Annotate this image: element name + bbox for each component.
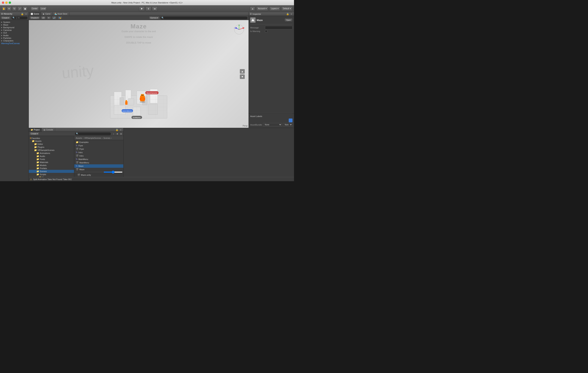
- asset-flyer-vr[interactable]: ↻ Flyer: [74, 144, 123, 147]
- favorites-item[interactable]: ★ Favorites: [29, 137, 74, 140]
- tree-item-cameras[interactable]: ▶ Cameras: [0, 29, 29, 31]
- project-sort-icon[interactable]: ↕: [112, 133, 115, 135]
- is-warning-checkbox[interactable]: [265, 30, 267, 32]
- search-icon: 🔍: [12, 17, 15, 19]
- asset-bundle-select-1[interactable]: None: [263, 123, 282, 126]
- hierarchy-lock-icon[interactable]: 🔒: [21, 13, 24, 15]
- scene-viewport[interactable]: unity Maze Guide your character to the e…: [29, 20, 249, 128]
- message-input[interactable]: [265, 26, 293, 29]
- tree-item-gui[interactable]: ▶ GUI: [0, 31, 29, 34]
- bottom-layout: 📁 Project ▤ Console 🔒 ≡ Create: [29, 128, 294, 177]
- asset-list-scrollbar[interactable]: [74, 171, 123, 173]
- models-folder[interactable]: 📁 Models: [29, 164, 74, 167]
- asset-intro[interactable]: 🎬 Intro: [74, 154, 123, 157]
- scene-icon: 🎬: [77, 174, 80, 176]
- fonts-folder[interactable]: 📁 Fonts: [29, 158, 74, 161]
- nav-up-button[interactable]: ▲: [240, 69, 245, 74]
- tab-asset-store[interactable]: 🏪 Asset Store: [53, 12, 70, 16]
- rotate-tool-button[interactable]: ↻: [12, 6, 17, 11]
- project-lock-icon[interactable]: 🔒: [115, 129, 118, 131]
- gizmos-dropdown[interactable]: Gizmos ▾: [149, 16, 159, 20]
- effects-toggle-button[interactable]: 🎭: [57, 16, 62, 20]
- scene-search-box[interactable]: 🔍: [160, 16, 248, 20]
- scene-area: ⬜ Scene ▶ Game 🏪 Asset Store Shaded: [29, 12, 249, 128]
- hierarchy-search-box[interactable]: 🔍: [11, 16, 28, 20]
- asset-label-add-button[interactable]: [289, 119, 293, 122]
- assets-folder[interactable]: 📁 Assets: [29, 140, 74, 143]
- hierarchy-icons: 🔒 ≡: [21, 13, 27, 15]
- asset-flyer[interactable]: 🎬 Flyer: [74, 147, 123, 151]
- asset-maze-vr[interactable]: ↻ Maze: [74, 164, 123, 168]
- scripts-folder[interactable]: 📁 Scripts: [29, 173, 74, 176]
- open-script-button[interactable]: Open: [284, 18, 293, 22]
- svg-rect-43: [125, 101, 127, 105]
- project-search-box[interactable]: 🔍: [75, 132, 111, 135]
- 2d-toggle-button[interactable]: 2D: [41, 16, 46, 20]
- asset-intro-vr[interactable]: ↻ Intro: [74, 151, 123, 154]
- inspector-menu-icon[interactable]: ≡: [290, 13, 293, 15]
- scale-tool-button[interactable]: ⤢: [17, 6, 22, 11]
- move-tool-button[interactable]: ✛: [7, 6, 11, 11]
- tab-console[interactable]: ▤ Console: [42, 128, 55, 132]
- layout-chevron-icon: ▾: [290, 8, 291, 10]
- local-toggle-button[interactable]: Local: [40, 6, 47, 11]
- hierarchy-menu-icon[interactable]: ≡: [24, 13, 27, 15]
- project-menu-icon[interactable]: ≡: [119, 129, 122, 131]
- tab-game[interactable]: ▶ Game: [41, 12, 52, 16]
- nav-down-button[interactable]: ▼: [240, 74, 245, 79]
- asset-mainmenu-vr[interactable]: ↻ MainMenu: [74, 157, 123, 161]
- rect-tool-button[interactable]: ▣: [23, 6, 27, 11]
- tree-item-audio[interactable]: ▶ Audio: [0, 34, 29, 37]
- scenes-folder[interactable]: 📁 Scenes: [29, 170, 74, 173]
- maximize-button[interactable]: [9, 1, 11, 4]
- project-star-icon[interactable]: ★: [116, 133, 119, 135]
- shading-mode-dropdown[interactable]: Shaded ▾: [30, 16, 40, 20]
- layers-dropdown[interactable]: Layers ▾: [269, 6, 280, 11]
- inspector-lock-icon[interactable]: 🔒: [286, 13, 289, 15]
- project-max-icon[interactable]: ⊞: [120, 133, 123, 135]
- asset-mainmenu[interactable]: 🎬 MainMenu: [74, 161, 123, 164]
- asset-bundle-select-2[interactable]: None: [283, 123, 293, 126]
- center-toggle-button[interactable]: Center: [31, 6, 39, 11]
- asset-zoom-slider[interactable]: [104, 172, 123, 173]
- tree-item-particles[interactable]: ▶ Particles: [0, 37, 29, 39]
- asset-maze-unity[interactable]: 🎬 Maze.unity: [76, 173, 122, 177]
- asset-examples[interactable]: 📁 Examples: [74, 141, 123, 144]
- close-button[interactable]: [2, 1, 4, 4]
- editor-folder[interactable]: 📁 Editor: [29, 143, 74, 145]
- hand-tool-button[interactable]: ✋: [1, 6, 6, 11]
- scene-icon: 🎬: [76, 148, 79, 150]
- project-panel: 📁 Project ▤ Console 🔒 ≡ Create: [29, 128, 124, 177]
- animations-folder[interactable]: 📁 Animations: [29, 152, 74, 155]
- store-tab-label: Asset Store: [58, 13, 67, 15]
- audio-toggle-button[interactable]: 🔊: [52, 16, 57, 20]
- cloud-button[interactable]: ☁: [250, 6, 255, 11]
- vrsamplescenes-folder[interactable]: 📁 VRSampleScenes: [29, 149, 74, 152]
- project-create-button[interactable]: Create ▾: [30, 132, 39, 135]
- hierarchy-create-button[interactable]: Create ▾: [1, 16, 10, 20]
- layout-dropdown[interactable]: Default ▾: [281, 6, 293, 11]
- plugins-folder[interactable]: 📁 Plugins: [29, 145, 74, 149]
- project-search-input[interactable]: [79, 133, 110, 135]
- light-toggle-button[interactable]: ☀: [47, 16, 51, 20]
- traffic-lights[interactable]: [2, 1, 11, 4]
- common-folder[interactable]: 📁 Common: [29, 176, 74, 177]
- tree-item-warning-canvas[interactable]: WarningTextCanvas: [0, 42, 29, 45]
- minimize-button[interactable]: [5, 1, 8, 4]
- prefabs-folder[interactable]: 📁 Prefabs: [29, 167, 74, 170]
- pause-button[interactable]: ⏸: [146, 6, 151, 11]
- tree-item-background[interactable]: ▶ Background: [0, 26, 29, 29]
- tree-item-characters[interactable]: ▶ Characters: [0, 39, 29, 42]
- account-dropdown[interactable]: Account ▾: [256, 6, 268, 11]
- tree-item-system[interactable]: ▶ System: [0, 21, 29, 23]
- scene-search-input[interactable]: [165, 17, 246, 19]
- step-button[interactable]: ⏭: [152, 6, 158, 11]
- tab-scene[interactable]: ⬜ Scene: [29, 12, 41, 16]
- audio-folder[interactable]: 📁 Audio: [29, 155, 74, 158]
- hierarchy-search-input[interactable]: [16, 17, 27, 19]
- play-button[interactable]: ▶: [139, 6, 145, 11]
- store-tab-icon: 🏪: [54, 13, 57, 15]
- tree-item-maze[interactable]: ▶ Maze: [0, 23, 29, 26]
- materials-folder[interactable]: 📁 Materials: [29, 161, 74, 164]
- tab-project[interactable]: 📁 Project: [29, 128, 42, 132]
